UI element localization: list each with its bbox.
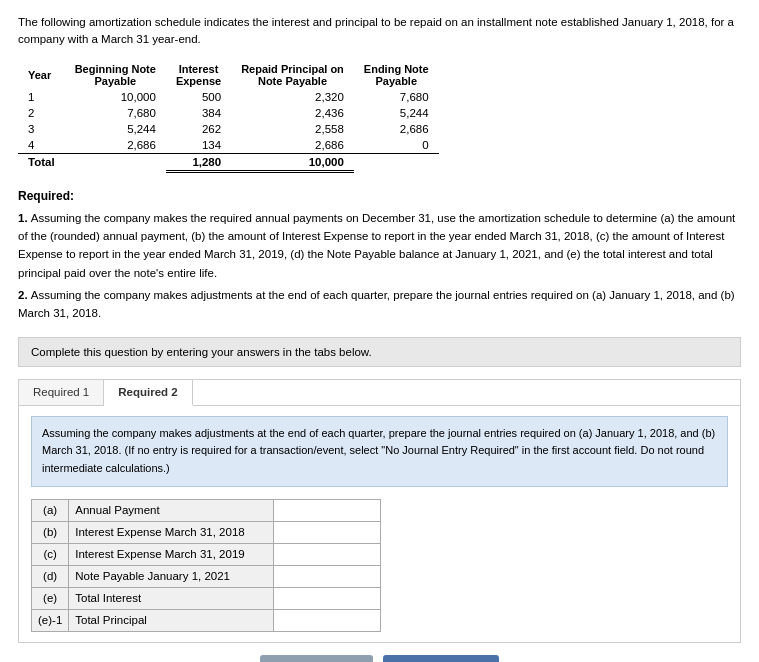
answer-label-2: Interest Expense March 31, 2019 <box>69 543 274 565</box>
tab-required1[interactable]: Required 1 <box>19 380 104 405</box>
col-ending: Ending NotePayable <box>354 61 439 89</box>
answer-input-2[interactable] <box>274 543 381 565</box>
amort-row-2-col-2: 262 <box>166 121 231 137</box>
answer-input-1[interactable] <box>274 521 381 543</box>
amort-row-3-col-1: 2,686 <box>65 137 166 154</box>
answer-label-4: Total Interest <box>69 587 274 609</box>
tab-required2[interactable]: Required 2 <box>104 380 192 406</box>
amort-row-3-col-4: 0 <box>354 137 439 154</box>
required-label: Required: <box>18 189 741 203</box>
col-interest: InterestExpense <box>166 61 231 89</box>
amort-row-0-col-1: 10,000 <box>65 89 166 105</box>
amort-row-0-col-0: 1 <box>18 89 65 105</box>
required-item-2: 2. Assuming the company makes adjustment… <box>18 286 741 323</box>
answer-letter-3: (d) <box>32 565 69 587</box>
req1-num: 1. <box>18 212 31 224</box>
amort-row-3-col-2: 134 <box>166 137 231 154</box>
answer-label-3: Note Payable January 1, 2021 <box>69 565 274 587</box>
amort-row-2-col-1: 5,244 <box>65 121 166 137</box>
amort-row-1-col-0: 2 <box>18 105 65 121</box>
amort-row-2-col-0: 3 <box>18 121 65 137</box>
req2-text: Assuming the company makes adjustments a… <box>18 289 735 319</box>
answer-letter-0: (a) <box>32 499 69 521</box>
amort-row-2-col-3: 2,558 <box>231 121 354 137</box>
col-repaid: Repaid Principal onNote Payable <box>231 61 354 89</box>
answer-input-0[interactable] <box>274 499 381 521</box>
required-item-1: 1. Assuming the company makes the requir… <box>18 209 741 283</box>
total-col-4 <box>354 153 439 171</box>
amort-row-1-col-3: 2,436 <box>231 105 354 121</box>
col-beginning: Beginning NotePayable <box>65 61 166 89</box>
col-year: Year <box>18 61 65 89</box>
total-col-1 <box>65 153 166 171</box>
answer-row: (e)-1Total Principal <box>32 609 381 631</box>
tab-description: Assuming the company makes adjustments a… <box>31 416 728 487</box>
answer-table: (a)Annual Payment(b)Interest Expense Mar… <box>31 499 381 632</box>
answer-letter-4: (e) <box>32 587 69 609</box>
answer-input-3[interactable] <box>274 565 381 587</box>
amort-row-3-col-3: 2,686 <box>231 137 354 154</box>
answer-row: (d)Note Payable January 1, 2021 <box>32 565 381 587</box>
amort-row-2-col-4: 2,686 <box>354 121 439 137</box>
answer-label-1: Interest Expense March 31, 2018 <box>69 521 274 543</box>
req1-text: Assuming the company makes the required … <box>18 212 735 279</box>
next-button[interactable]: Required 2 > <box>383 655 499 662</box>
required-section: Required: 1. Assuming the company makes … <box>18 189 741 323</box>
tabs-container: Required 1 Required 2 Assuming the compa… <box>18 379 741 643</box>
amort-row-1-col-4: 5,244 <box>354 105 439 121</box>
req2-num: 2. <box>18 289 31 301</box>
answer-letter-2: (c) <box>32 543 69 565</box>
answer-label-0: Annual Payment <box>69 499 274 521</box>
amort-row-0-col-4: 7,680 <box>354 89 439 105</box>
amort-row-3-col-0: 4 <box>18 137 65 154</box>
total-col-3: 10,000 <box>231 153 354 171</box>
tab-content: Assuming the company makes adjustments a… <box>19 406 740 642</box>
answer-row: (c)Interest Expense March 31, 2019 <box>32 543 381 565</box>
amort-row-1-col-1: 7,680 <box>65 105 166 121</box>
prev-button[interactable]: < Required 1 <box>260 655 373 662</box>
answer-row: (a)Annual Payment <box>32 499 381 521</box>
answer-input-5[interactable] <box>274 609 381 631</box>
intro-text: The following amortization schedule indi… <box>18 14 741 49</box>
answer-row: (e)Total Interest <box>32 587 381 609</box>
total-col-2: 1,280 <box>166 153 231 171</box>
amort-total-row: Total1,28010,000 <box>18 153 439 171</box>
amort-row-0-col-2: 500 <box>166 89 231 105</box>
answer-label-5: Total Principal <box>69 609 274 631</box>
nav-buttons: < Required 1 Required 2 > <box>18 643 741 662</box>
total-col-0: Total <box>18 153 65 171</box>
amortization-table: Year Beginning NotePayable InterestExpen… <box>18 61 439 173</box>
amort-row-1-col-2: 384 <box>166 105 231 121</box>
complete-box: Complete this question by entering your … <box>18 337 741 367</box>
answer-input-4[interactable] <box>274 587 381 609</box>
amort-row-0-col-3: 2,320 <box>231 89 354 105</box>
tabs-header: Required 1 Required 2 <box>19 380 740 406</box>
answer-row: (b)Interest Expense March 31, 2018 <box>32 521 381 543</box>
answer-letter-5: (e)-1 <box>32 609 69 631</box>
answer-letter-1: (b) <box>32 521 69 543</box>
